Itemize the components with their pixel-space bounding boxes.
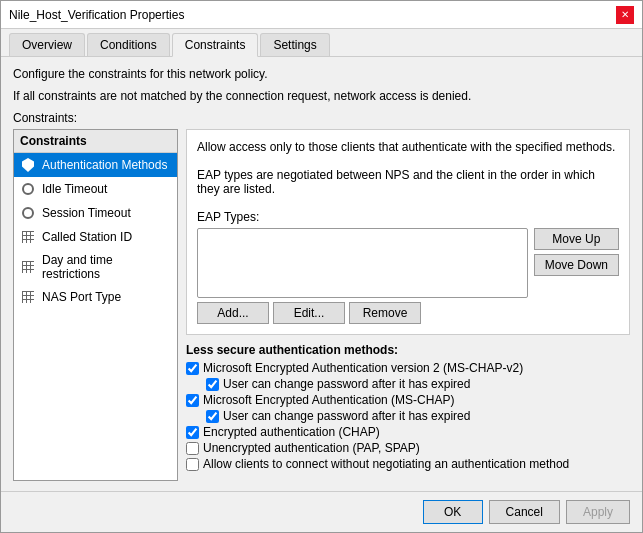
clock-icon-2 [20, 205, 36, 221]
tab-overview[interactable]: Overview [9, 33, 85, 56]
cancel-button[interactable]: Cancel [489, 500, 560, 524]
add-edit-row: Add... Edit... Remove [197, 302, 619, 324]
apply-button[interactable]: Apply [566, 500, 630, 524]
checkbox-mschap-password-label: User can change password after it has ex… [223, 409, 470, 423]
title-bar: Nile_Host_Verification Properties ✕ [1, 1, 642, 29]
info-text: Allow access only to those clients that … [197, 140, 615, 154]
checkbox-mschap-password: User can change password after it has ex… [206, 409, 630, 423]
main-panel: Constraints Authentication Methods Idle … [13, 129, 630, 481]
eap-description: EAP types are negotiated between NPS and… [197, 168, 595, 196]
left-panel-header: Constraints [14, 130, 177, 153]
checkbox-mschapv2: Microsoft Encrypted Authentication versi… [186, 361, 630, 375]
ok-button[interactable]: OK [423, 500, 483, 524]
close-button[interactable]: ✕ [616, 6, 634, 24]
checkbox-pap-input[interactable] [186, 442, 199, 455]
properties-window: Nile_Host_Verification Properties ✕ Over… [0, 0, 643, 533]
bottom-buttons: OK Cancel Apply [1, 491, 642, 532]
left-panel: Constraints Authentication Methods Idle … [13, 129, 178, 481]
checkbox-no-negotiate: Allow clients to connect without negotia… [186, 457, 630, 471]
move-up-button[interactable]: Move Up [534, 228, 619, 250]
move-down-button[interactable]: Move Down [534, 254, 619, 276]
eap-label: EAP Types: [197, 210, 619, 224]
sidebar-item-label: Called Station ID [42, 230, 132, 244]
sidebar-item-session-timeout[interactable]: Session Timeout [14, 201, 177, 225]
eap-row: Move Up Move Down [197, 228, 619, 298]
description-line1: Configure the constraints for this netwo… [13, 67, 630, 81]
sidebar-item-label: Day and time restrictions [42, 253, 171, 281]
checkbox-pap-label: Unencrypted authentication (PAP, SPAP) [203, 441, 420, 455]
checkbox-mschapv2-password-input[interactable] [206, 378, 219, 391]
clock-icon [20, 181, 36, 197]
window-title: Nile_Host_Verification Properties [9, 8, 184, 22]
secure-methods-title: Less secure authentication methods: [186, 343, 630, 357]
checkbox-mschapv2-label: Microsoft Encrypted Authentication versi… [203, 361, 523, 375]
sidebar-item-label: Idle Timeout [42, 182, 107, 196]
sidebar-item-authentication-methods[interactable]: Authentication Methods [14, 153, 177, 177]
remove-button[interactable]: Remove [349, 302, 421, 324]
nas-icon [20, 289, 36, 305]
tab-bar: Overview Conditions Constraints Settings [1, 29, 642, 57]
checkbox-mschapv2-password-label: User can change password after it has ex… [223, 377, 470, 391]
grid-icon [20, 229, 36, 245]
checkbox-mschap-password-input[interactable] [206, 410, 219, 423]
checkbox-mschap-label: Microsoft Encrypted Authentication (MS-C… [203, 393, 454, 407]
right-panel: Allow access only to those clients that … [186, 129, 630, 481]
checkbox-mschapv2-password: User can change password after it has ex… [206, 377, 630, 391]
checkbox-chap-input[interactable] [186, 426, 199, 439]
checkbox-mschap: Microsoft Encrypted Authentication (MS-C… [186, 393, 630, 407]
eap-listbox[interactable] [197, 228, 528, 298]
checkbox-no-negotiate-label: Allow clients to connect without negotia… [203, 457, 569, 471]
checkbox-mschapv2-input[interactable] [186, 362, 199, 375]
sidebar-item-called-station-id[interactable]: Called Station ID [14, 225, 177, 249]
add-button[interactable]: Add... [197, 302, 269, 324]
checkbox-pap: Unencrypted authentication (PAP, SPAP) [186, 441, 630, 455]
checkbox-chap-label: Encrypted authentication (CHAP) [203, 425, 380, 439]
secure-methods-section: Less secure authentication methods: Micr… [186, 343, 630, 473]
content-area: Configure the constraints for this netwo… [1, 57, 642, 491]
sidebar-item-day-time-restrictions[interactable]: Day and time restrictions [14, 249, 177, 285]
shield-icon [20, 157, 36, 173]
constraints-label: Constraints: [13, 111, 630, 125]
checkbox-chap: Encrypted authentication (CHAP) [186, 425, 630, 439]
edit-button[interactable]: Edit... [273, 302, 345, 324]
tab-constraints[interactable]: Constraints [172, 33, 259, 57]
tab-conditions[interactable]: Conditions [87, 33, 170, 56]
sidebar-item-nas-port-type[interactable]: NAS Port Type [14, 285, 177, 309]
checkbox-mschap-input[interactable] [186, 394, 199, 407]
eap-buttons: Move Up Move Down [534, 228, 619, 298]
checkbox-no-negotiate-input[interactable] [186, 458, 199, 471]
sidebar-item-label: Session Timeout [42, 206, 131, 220]
sidebar-item-idle-timeout[interactable]: Idle Timeout [14, 177, 177, 201]
tab-settings[interactable]: Settings [260, 33, 329, 56]
calendar-icon [20, 259, 36, 275]
sidebar-item-label: Authentication Methods [42, 158, 167, 172]
description-line2: If all constraints are not matched by th… [13, 89, 630, 103]
sidebar-item-label: NAS Port Type [42, 290, 121, 304]
info-box: Allow access only to those clients that … [186, 129, 630, 335]
